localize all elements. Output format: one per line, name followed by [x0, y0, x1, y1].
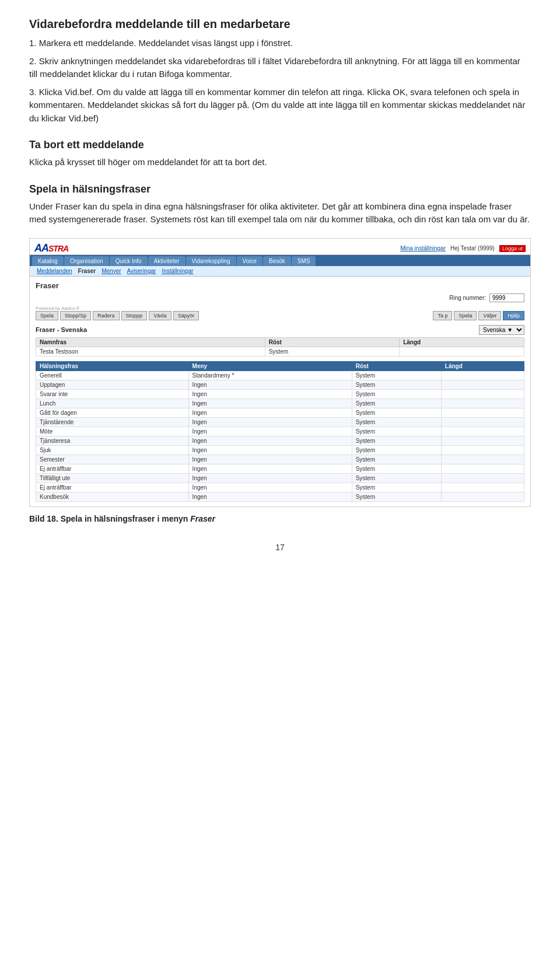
paragraph-3: 3. Klicka Vid.bef. Om du valde att lägga… [29, 86, 531, 125]
rost-cell: System [352, 408, 441, 417]
btn-hjalp[interactable]: Hjälp [503, 311, 524, 320]
langd-cell [441, 427, 524, 436]
nav-tab-sms[interactable]: SMS [292, 256, 316, 266]
langd-cell [441, 483, 524, 492]
langd-col-header: Längd [400, 337, 524, 347]
halsningsfras-cell: Ej anträffbar [36, 483, 189, 492]
fraser-section-title: Fraser - Svenska [36, 326, 87, 333]
namnfras-col-header: Namnfras [36, 337, 265, 347]
table-row: Tjänsteresa Ingen System [36, 436, 524, 445]
meny-cell: Ingen [188, 492, 352, 501]
sub-nav: Meddelanden Fraser Menyer Aviseringar In… [30, 266, 530, 277]
logout-link[interactable]: Logga ut [499, 245, 526, 252]
rost-cell: System [352, 417, 441, 427]
rost-cell: System [352, 389, 441, 399]
image-caption: Bild 18. Spela in hälsningsfraser i meny… [29, 513, 531, 525]
btn-ta-p[interactable]: Ta p [433, 311, 452, 320]
nav-tab-voice[interactable]: Voice [237, 256, 262, 266]
langd-cell [441, 436, 524, 445]
toolbar-right: Ta p Spela Väljer Hjälp [433, 311, 524, 320]
nav-tab-quick-info[interactable]: Quick Info [110, 256, 148, 266]
btn-stoppp[interactable]: Stoppp [121, 311, 148, 320]
btn-spela-right[interactable]: Spela [454, 311, 477, 320]
nav-tab-besok[interactable]: Besök [263, 256, 291, 266]
language-select[interactable]: Svenska ▼ [479, 325, 524, 335]
halsningsfras-cell: Sjuk [36, 445, 189, 455]
subnav-meddelanden[interactable]: Meddelanden [34, 267, 75, 275]
subnav-fraser[interactable]: Fraser [76, 267, 99, 275]
langd-cell [400, 347, 524, 356]
rost-header: Röst [352, 361, 441, 371]
nav-tab-vidarekoppling[interactable]: Vidarekoppling [186, 256, 236, 266]
table-row: Semester Ingen System [36, 455, 524, 464]
app-header: AASTRA Mina inställningar Hej Testa! (99… [30, 239, 530, 255]
halsningsfras-cell: Upptagen [36, 380, 189, 389]
halsningsfraser-table: Hälsningsfras Meny Röst Längd Generell S… [36, 361, 524, 502]
ring-number-input[interactable] [489, 293, 524, 302]
meny-header: Meny [188, 361, 352, 371]
meny-cell: Ingen [188, 483, 352, 492]
rost-cell: System [352, 371, 441, 380]
rost-cell: System [352, 464, 441, 473]
btn-valjer[interactable]: Väljer [478, 311, 501, 320]
toolbar-left: Spela Stopp/Sp Radera Stoppp Växla Säpyö… [36, 311, 199, 320]
nav-tab-aktiviteter[interactable]: Aktiviteter [148, 256, 186, 266]
table-row: Tjänstärende Ingen System [36, 417, 524, 427]
caption-bold: Bild 18. Spela in hälsningsfraser i meny… [29, 514, 215, 523]
langd-cell [441, 464, 524, 473]
halsningsfras-cell: Tjänstärende [36, 417, 189, 427]
meny-cell: Ingen [188, 380, 352, 389]
meny-cell: Ingen [188, 436, 352, 445]
table-row: Lunch Ingen System [36, 399, 524, 408]
halsningsfras-cell: Tillfälligt ute [36, 473, 189, 483]
rost-cell: System [352, 483, 441, 492]
namnfras-table: Namnfras Röst Längd Testa Testsson Syste… [36, 337, 524, 357]
table-row: Gått för dagen Ingen System [36, 408, 524, 417]
table-row: Generell Standardmeny * System [36, 371, 524, 380]
meny-cell: Ingen [188, 389, 352, 399]
meny-cell: Ingen [188, 417, 352, 427]
btn-vaxla[interactable]: Växla [149, 311, 172, 320]
heading-ta-bort: Ta bort ett meddelande [29, 139, 531, 151]
meny-cell: Ingen [188, 445, 352, 455]
halsningsfras-cell: Lunch [36, 399, 189, 408]
paragraph-2: 2. Skriv anknytningen meddelandet ska vi… [29, 55, 531, 81]
rost-cell: System [352, 427, 441, 436]
meny-cell: Standardmeny * [188, 371, 352, 380]
nav-tabs: Katalog Organisation Quick Info Aktivite… [30, 255, 530, 266]
paragraph-5: Under Fraser kan du spela in dina egna h… [29, 200, 531, 226]
subnav-menyer[interactable]: Menyer [99, 267, 123, 275]
langd-cell [441, 445, 524, 455]
btn-radera[interactable]: Radera [93, 311, 120, 320]
toolbar-row: Spela Stopp/Sp Radera Stoppp Växla Säpyö… [36, 311, 524, 320]
meny-cell: Ingen [188, 408, 352, 417]
heading-spela-in: Spela in hälsningsfraser [29, 183, 531, 195]
user-info: Hej Testa! (9999) [450, 245, 495, 251]
table-row: Svarar inte Ingen System [36, 389, 524, 399]
ring-number-row: Ring nummer: [36, 293, 524, 302]
langd-cell [441, 371, 524, 380]
ring-number-label: Ring nummer: [449, 295, 486, 301]
rost-cell: System [352, 455, 441, 464]
subnav-aviseringar[interactable]: Aviseringar [125, 267, 159, 275]
halsningsfras-cell: Svarar inte [36, 389, 189, 399]
page-number: 17 [29, 543, 531, 552]
btn-sapyor[interactable]: Säpyör [173, 311, 200, 320]
langd-cell [441, 492, 524, 501]
powered-by: Powered by Aastra ® [36, 306, 524, 311]
btn-stopp-sp[interactable]: Stopp/Sp [60, 311, 91, 320]
subnav-installningar[interactable]: Inställningar [159, 267, 195, 275]
rost-cell: System [352, 445, 441, 455]
btn-spela[interactable]: Spela [36, 311, 58, 320]
langd-cell [441, 389, 524, 399]
langd-cell [441, 417, 524, 427]
table-row: Sjuk Ingen System [36, 445, 524, 455]
langd-cell [441, 408, 524, 417]
nav-tab-organisation[interactable]: Organisation [64, 256, 109, 266]
mina-installningar-link[interactable]: Mina inställningar [400, 245, 446, 251]
meny-cell: Ingen [188, 427, 352, 436]
table-row: Ej anträffbar Ingen System [36, 464, 524, 473]
meny-cell: Ingen [188, 455, 352, 464]
app-logo: AASTRA [34, 241, 68, 254]
nav-tab-katalog[interactable]: Katalog [32, 256, 64, 266]
